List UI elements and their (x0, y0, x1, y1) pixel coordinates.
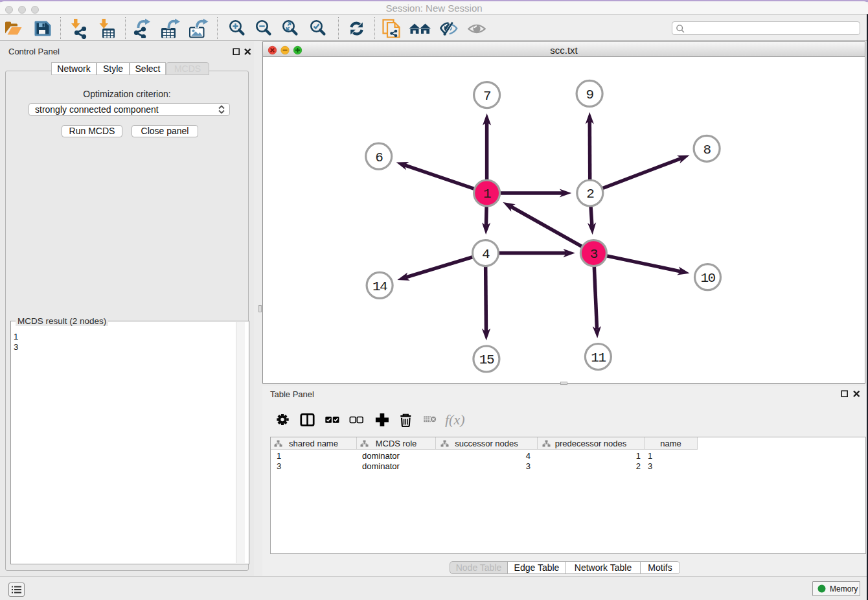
svg-text:10: 10 (700, 271, 715, 286)
svg-text:f(x): f(x) (445, 413, 465, 427)
svg-text:6: 6 (375, 150, 383, 165)
svg-text:15: 15 (479, 352, 494, 367)
svg-text:9: 9 (586, 87, 594, 102)
svg-text:1: 1 (483, 187, 491, 202)
svg-text:4: 4 (482, 247, 490, 262)
svg-text:11: 11 (591, 351, 606, 365)
svg-text:14: 14 (372, 279, 387, 294)
svg-text:8: 8 (703, 143, 711, 157)
svg-text:7: 7 (483, 89, 490, 104)
svg-text:3: 3 (590, 247, 598, 262)
svg-text:2: 2 (586, 187, 594, 202)
